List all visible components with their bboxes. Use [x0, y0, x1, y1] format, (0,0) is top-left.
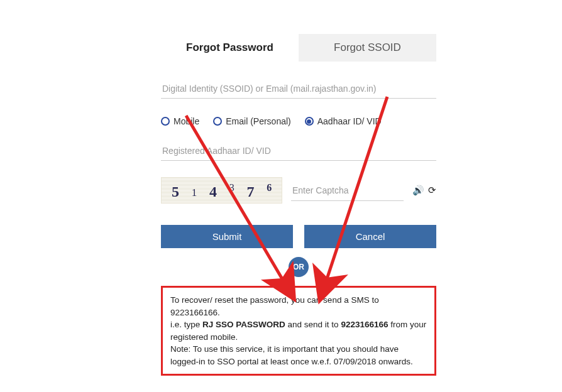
button-row: Submit Cancel — [161, 225, 436, 248]
radio-mobile[interactable]: Mobile — [161, 116, 199, 126]
captcha-char: 5 — [172, 183, 179, 200]
sms-recovery-info: To recover/ reset the password, you can … — [161, 286, 436, 376]
captcha-image: 5 1 4 3 7 6 — [161, 177, 282, 204]
radio-icon — [213, 117, 222, 126]
identity-field-wrapper — [161, 79, 436, 99]
captcha-char: 3 — [229, 182, 234, 193]
registered-field-wrapper — [161, 141, 436, 161]
info-bold: 9223166166 — [341, 320, 388, 329]
tab-forgot-ssoid[interactable]: Forgot SSOID — [299, 34, 436, 62]
radio-label: Aadhaar ID/ VID — [317, 116, 382, 126]
radio-email[interactable]: Email (Personal) — [213, 116, 290, 126]
refresh-icon[interactable]: ⟳ — [428, 185, 436, 196]
radio-label: Email (Personal) — [226, 116, 290, 126]
captcha-char: 6 — [267, 182, 272, 193]
captcha-controls: 🔊 ⟳ — [412, 185, 436, 196]
radio-aadhaar[interactable]: Aadhaar ID/ VID — [305, 116, 382, 126]
captcha-char: 7 — [246, 183, 254, 200]
forgot-password-panel: Forgot Password Forgot SSOID Mobile Emai… — [161, 34, 436, 376]
radio-icon — [305, 117, 314, 126]
identity-input[interactable] — [162, 84, 435, 94]
radio-icon — [161, 117, 170, 126]
radio-label: Mobile — [174, 116, 199, 126]
info-line: i.e. type RJ SSO PASSWORD and send it to… — [170, 318, 427, 343]
info-line: Note: To use this service, it is importa… — [170, 343, 427, 368]
info-text: and send it to — [285, 320, 341, 329]
cancel-button[interactable]: Cancel — [304, 225, 436, 248]
info-bold: RJ SSO PASSWORD — [202, 320, 285, 329]
captcha-char: 1 — [192, 187, 197, 199]
captcha-char: 4 — [209, 183, 217, 200]
info-text: i.e. type — [170, 320, 202, 329]
captcha-row: 5 1 4 3 7 6 🔊 ⟳ — [161, 177, 436, 204]
info-line: To recover/ reset the password, you can … — [170, 294, 427, 318]
or-divider: OR — [289, 257, 309, 277]
audio-icon[interactable]: 🔊 — [412, 185, 424, 196]
tab-bar: Forgot Password Forgot SSOID — [161, 34, 436, 62]
recovery-method-radios: Mobile Email (Personal) Aadhaar ID/ VID — [161, 116, 436, 126]
registered-input[interactable] — [162, 146, 435, 156]
tab-forgot-password[interactable]: Forgot Password — [161, 34, 299, 62]
captcha-input[interactable] — [291, 180, 404, 201]
submit-button[interactable]: Submit — [161, 225, 293, 248]
